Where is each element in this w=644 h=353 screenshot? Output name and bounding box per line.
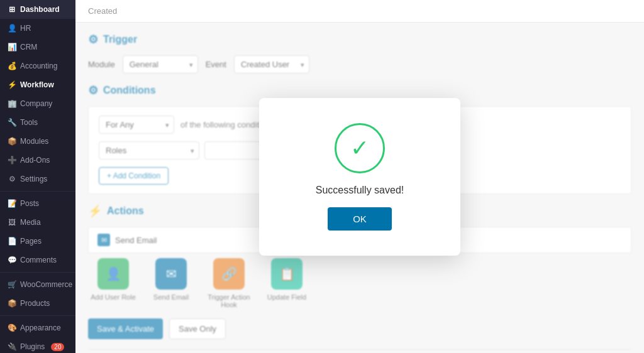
sidebar-item-appearance[interactable]: 🎨 Appearance: [0, 318, 75, 337]
dashboard-icon: ⊞: [8, 5, 16, 14]
accounting-icon: 💰: [8, 62, 16, 70]
settings-icon: ⚙: [8, 175, 16, 183]
sidebar-item-workflow[interactable]: ⚡ Workflow: [0, 75, 75, 94]
sidebar-item-woocommerce[interactable]: 🛒 WooCommerce: [0, 275, 75, 294]
modules-icon: 📦: [8, 137, 16, 146]
tools-icon: 🔧: [8, 118, 16, 127]
sidebar-item-products[interactable]: 📦 Products: [0, 294, 75, 313]
posts-icon: 📝: [8, 199, 16, 208]
sidebar-item-modules[interactable]: 📦 Modules: [0, 132, 75, 151]
addons-icon: ➕: [8, 156, 16, 165]
workflow-icon: ⚡: [8, 80, 16, 89]
sidebar-item-posts[interactable]: 📝 Posts: [0, 194, 75, 213]
sidebar-item-tools[interactable]: 🔧 Tools: [0, 113, 75, 132]
pages-icon: 📄: [8, 237, 16, 246]
modal-overlay: ✓ Successfully saved! OK: [75, 0, 644, 353]
sidebar-item-crm[interactable]: 📊 CRM: [0, 38, 75, 57]
sidebar: ⊞ Dashboard 👤 HR 📊 CRM 💰 Accounting ⚡ Wo…: [0, 0, 75, 353]
sidebar-item-accounting[interactable]: 💰 Accounting: [0, 57, 75, 75]
company-icon: 🏢: [8, 99, 16, 108]
plugins-icon: 🔌: [8, 342, 16, 351]
sidebar-item-addons[interactable]: ➕ Add-Ons: [0, 151, 75, 170]
checkmark-icon: ✓: [350, 137, 369, 160]
plugins-badge: 20: [51, 343, 64, 351]
products-icon: 📦: [8, 299, 16, 308]
hr-icon: 👤: [8, 24, 16, 33]
sidebar-item-plugins[interactable]: 🔌 Plugins 20: [0, 337, 75, 353]
sidebar-item-pages[interactable]: 📄 Pages: [0, 232, 75, 251]
success-circle: ✓: [335, 123, 385, 173]
modal-message: Successfully saved!: [316, 185, 404, 196]
sidebar-item-company[interactable]: 🏢 Company: [0, 94, 75, 113]
comments-icon: 💬: [8, 256, 16, 264]
appearance-icon: 🎨: [8, 323, 16, 332]
modal-ok-button[interactable]: OK: [328, 207, 392, 231]
sidebar-item-media[interactable]: 🖼 Media: [0, 213, 75, 232]
media-icon: 🖼: [8, 218, 16, 227]
woocommerce-icon: 🛒: [8, 280, 16, 289]
sidebar-item-comments[interactable]: 💬 Comments: [0, 251, 75, 269]
main-content: Created ⚙ Trigger Module General Event C…: [75, 0, 644, 353]
sidebar-item-dashboard[interactable]: ⊞ Dashboard: [0, 0, 75, 19]
sidebar-item-settings[interactable]: ⚙ Settings: [0, 170, 75, 188]
sidebar-item-hr[interactable]: 👤 HR: [0, 19, 75, 38]
modal-box: ✓ Successfully saved! OK: [259, 98, 460, 256]
crm-icon: 📊: [8, 43, 16, 52]
